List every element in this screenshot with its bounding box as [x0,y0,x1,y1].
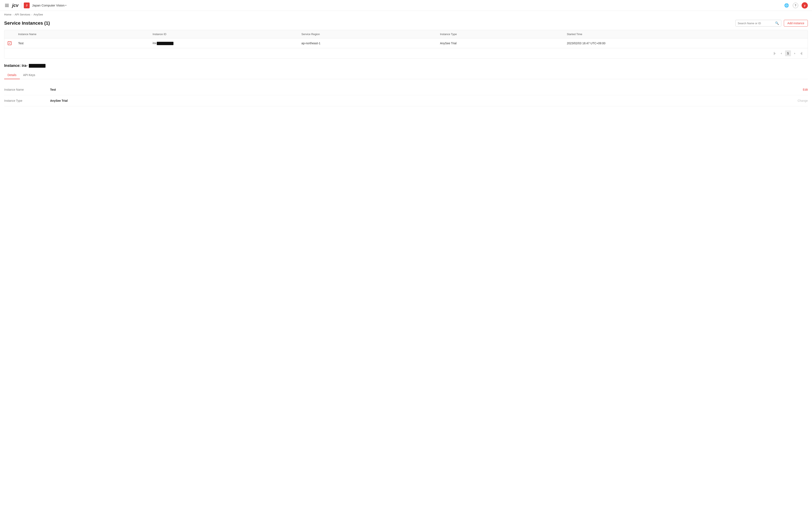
detail-value-instance-type: AnySee Trial [50,99,798,102]
org-name-label: Japan Computer Vision [32,4,65,7]
detail-label-instance-type: Instance Type [4,99,50,102]
instances-table-container: Instance Name Instance ID Service Region… [4,30,808,58]
row-instance-type: AnySee Trial [437,38,563,48]
header-right: 🌐 ? y [784,2,808,8]
detail-fields: Instance Name Test Edit Instance Type An… [4,84,808,106]
breadcrumb-api-services[interactable]: API Services [14,13,30,16]
header-left: jcv J Japan Computer Vision ▾ [4,2,784,8]
detail-value-instance-name: Test [50,88,803,91]
table-col-instance-name: Instance Name [15,30,149,38]
row-service-region: ap-northeast-1 [298,38,437,48]
table-col-instance-id: Instance ID [149,30,298,38]
detail-label-instance-name: Instance Name [4,88,50,91]
table-row[interactable]: Test ira- ap-northeast-1 AnySee Trial 20… [4,38,808,48]
logo-text: jcv [12,3,19,8]
detail-row-instance-name: Instance Name Test Edit [4,84,808,95]
search-icon: 🔍 [775,21,779,25]
search-input[interactable] [738,22,774,25]
row-started-time: 2023/02/03 16:47 UTC+09:00 [563,38,808,48]
org-badge: J [24,2,30,8]
table-col-started-time: Started Time [563,30,808,38]
detail-tabs: Details API Keys [4,71,808,79]
row-instance-name: Test [15,38,149,48]
row-checkbox-cell[interactable] [4,38,15,48]
page-title: Service Instances (1) [4,21,50,26]
search-box[interactable]: 🔍 [735,20,781,27]
globe-icon[interactable]: 🌐 [784,2,789,8]
pagination-first-button[interactable]: |‹ [772,50,778,56]
pagination: |‹ ‹ 1 › ›| [4,48,808,58]
breadcrumb-current: AnySee [33,13,43,16]
breadcrumb-sep-1: › [13,13,13,16]
instance-title-prefix: Instance: ira- [4,63,28,68]
help-icon[interactable]: ? [793,3,798,8]
instance-title-redacted [29,64,46,68]
table-col-instance-type: Instance Type [437,30,563,38]
page-header: Service Instances (1) 🔍 Add instance [0,18,812,30]
org-dropdown-arrow-icon: ▾ [65,4,66,6]
pagination-next-button[interactable]: › [792,50,798,56]
table-col-service-region: Service Region [298,30,437,38]
user-avatar[interactable]: y [802,2,808,8]
change-instance-type-button[interactable]: Change [798,99,808,102]
instance-detail-title: Instance: ira- [4,63,808,68]
page-actions: 🔍 Add instance [735,20,808,27]
pagination-last-button[interactable]: ›| [799,50,804,56]
tab-details[interactable]: Details [4,71,20,79]
logo: jcv [12,3,19,8]
redacted-id [157,42,173,45]
org-name-button[interactable]: Japan Computer Vision ▾ [32,4,66,7]
pagination-prev-button[interactable]: ‹ [778,50,784,56]
tab-api-keys[interactable]: API Keys [20,71,39,79]
table-header-checkbox [4,30,15,38]
row-checkbox[interactable] [8,42,11,45]
table-header: Instance Name Instance ID Service Region… [4,30,808,38]
header: jcv J Japan Computer Vision ▾ 🌐 ? y [0,0,812,11]
table-body: Test ira- ap-northeast-1 AnySee Trial 20… [4,38,808,48]
row-instance-id: ira- [149,38,298,48]
instance-detail: Instance: ira- Details API Keys Instance… [0,58,812,106]
instances-table: Instance Name Instance ID Service Region… [4,30,808,48]
pagination-page-1-button[interactable]: 1 [785,50,791,56]
add-instance-button[interactable]: Add instance [784,20,808,27]
hamburger-menu-icon[interactable] [4,3,9,8]
edit-instance-name-button[interactable]: Edit [803,88,808,91]
breadcrumb-sep-2: › [31,13,32,16]
breadcrumb-home[interactable]: Home [4,13,11,16]
detail-row-instance-type: Instance Type AnySee Trial Change [4,95,808,106]
breadcrumb: Home › API Services › AnySee [0,11,812,18]
